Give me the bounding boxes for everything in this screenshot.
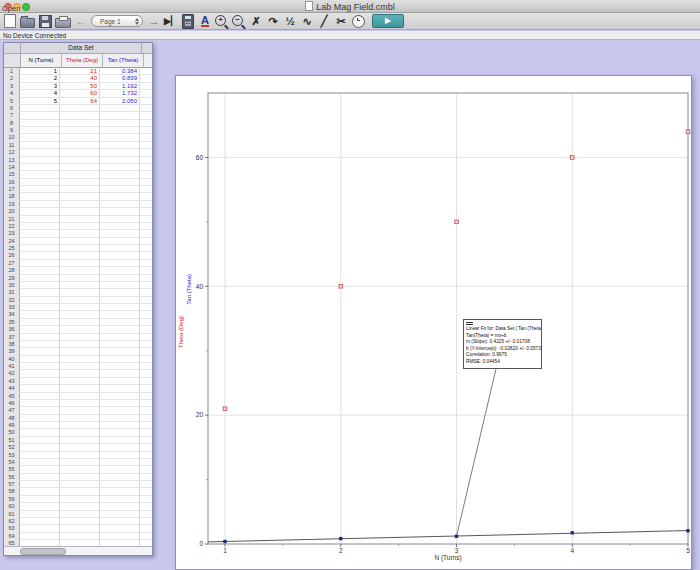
- table-cell[interactable]: [100, 238, 140, 245]
- prev-page-button[interactable]: ←: [74, 14, 88, 29]
- table-cell[interactable]: [100, 120, 140, 127]
- table-cell[interactable]: [60, 503, 100, 510]
- table-cell[interactable]: [100, 252, 140, 259]
- examine-button[interactable]: ✗: [249, 14, 263, 29]
- table-row[interactable]: 11210.384: [4, 68, 152, 75]
- table-cell[interactable]: [60, 407, 100, 414]
- table-cell[interactable]: [20, 127, 60, 134]
- table-cell[interactable]: [100, 179, 140, 186]
- table-cell[interactable]: [60, 238, 100, 245]
- page-stepper-icon[interactable]: [135, 18, 139, 25]
- table-cell[interactable]: 21: [60, 68, 100, 75]
- table-cell[interactable]: [100, 474, 140, 481]
- table-cell[interactable]: [20, 496, 60, 503]
- table-row[interactable]: 37: [4, 334, 152, 341]
- table-cell[interactable]: [60, 105, 100, 112]
- table-cell[interactable]: [20, 437, 60, 444]
- table-cell[interactable]: [20, 393, 60, 400]
- table-cell[interactable]: [20, 179, 60, 186]
- table-cell[interactable]: [20, 149, 60, 156]
- table-cell[interactable]: [20, 164, 60, 171]
- table-cell[interactable]: [100, 400, 140, 407]
- table-row[interactable]: 38: [4, 341, 152, 348]
- table-cell[interactable]: [100, 304, 140, 311]
- table-row[interactable]: 25: [4, 245, 152, 252]
- table-cell[interactable]: [20, 157, 60, 164]
- table-row[interactable]: 44: [4, 385, 152, 392]
- table-row[interactable]: 12: [4, 149, 152, 156]
- table-row[interactable]: 47: [4, 407, 152, 414]
- table-cell[interactable]: [60, 341, 100, 348]
- table-row[interactable]: 19: [4, 201, 152, 208]
- table-cell[interactable]: 40: [60, 75, 100, 82]
- table-row[interactable]: 50: [4, 429, 152, 436]
- table-cell[interactable]: [60, 186, 100, 193]
- table-cell[interactable]: [20, 319, 60, 326]
- table-row[interactable]: 32: [4, 297, 152, 304]
- table-cell[interactable]: [20, 216, 60, 223]
- table-cell[interactable]: [20, 363, 60, 370]
- table-cell[interactable]: [60, 326, 100, 333]
- text-annotation-button[interactable]: A: [198, 14, 212, 29]
- table-cell[interactable]: [60, 127, 100, 134]
- table-cell[interactable]: [60, 400, 100, 407]
- table-cell[interactable]: [100, 230, 140, 237]
- table-cell[interactable]: [60, 164, 100, 171]
- table-cell[interactable]: [60, 452, 100, 459]
- table-cell[interactable]: [20, 407, 60, 414]
- table-row[interactable]: 15: [4, 171, 152, 178]
- linear-fit-button[interactable]: ╱: [317, 14, 331, 29]
- table-cell[interactable]: [100, 459, 140, 466]
- table-cell[interactable]: [20, 252, 60, 259]
- table-row[interactable]: 35: [4, 319, 152, 326]
- table-cell[interactable]: [60, 171, 100, 178]
- table-row[interactable]: 43: [4, 378, 152, 385]
- table-cell[interactable]: [60, 282, 100, 289]
- table-cell[interactable]: [100, 297, 140, 304]
- table-cell[interactable]: [60, 112, 100, 119]
- table-cell[interactable]: [20, 466, 60, 473]
- table-cell[interactable]: [20, 311, 60, 318]
- table-cell[interactable]: [60, 356, 100, 363]
- table-cell[interactable]: [100, 171, 140, 178]
- table-cell[interactable]: [60, 267, 100, 274]
- table-row[interactable]: 9: [4, 127, 152, 134]
- table-cell[interactable]: [60, 348, 100, 355]
- table-row[interactable]: 52: [4, 444, 152, 451]
- collect-button[interactable]: ▶: [372, 14, 404, 28]
- table-cell[interactable]: [100, 496, 140, 503]
- table-cell[interactable]: [100, 437, 140, 444]
- table-cell[interactable]: [20, 511, 60, 518]
- table-row[interactable]: 33: [4, 304, 152, 311]
- table-cell[interactable]: 2.050: [100, 98, 140, 105]
- table-cell[interactable]: [20, 503, 60, 510]
- table-cell[interactable]: [20, 223, 60, 230]
- table-cell[interactable]: [20, 385, 60, 392]
- table-cell[interactable]: [100, 149, 140, 156]
- table-cell[interactable]: [20, 429, 60, 436]
- table-cell[interactable]: [100, 216, 140, 223]
- table-row[interactable]: 55: [4, 466, 152, 473]
- table-cell[interactable]: [100, 275, 140, 282]
- table-cell[interactable]: [100, 193, 140, 200]
- data-table-window[interactable]: Data Set N (Turns) Theta (Deg) Tan (Thet…: [3, 42, 153, 556]
- table-body[interactable]: 11210.38422400.83933501.19244601.7325564…: [4, 68, 152, 546]
- table-cell[interactable]: 1.192: [100, 83, 140, 90]
- table-cell[interactable]: [20, 452, 60, 459]
- table-cell[interactable]: 60: [60, 90, 100, 97]
- table-cell[interactable]: [60, 415, 100, 422]
- scrollbar-thumb[interactable]: [20, 548, 66, 555]
- table-row[interactable]: 10: [4, 134, 152, 141]
- table-cell[interactable]: 64: [60, 98, 100, 105]
- table-cell[interactable]: [100, 334, 140, 341]
- table-cell[interactable]: [60, 393, 100, 400]
- table-cell[interactable]: [100, 422, 140, 429]
- table-row[interactable]: 11: [4, 142, 152, 149]
- table-row[interactable]: 34: [4, 311, 152, 318]
- table-cell[interactable]: [60, 157, 100, 164]
- table-cell[interactable]: [100, 112, 140, 119]
- table-cell[interactable]: [20, 415, 60, 422]
- table-row[interactable]: 64: [4, 533, 152, 540]
- table-cell[interactable]: [100, 378, 140, 385]
- table-row[interactable]: 29: [4, 275, 152, 282]
